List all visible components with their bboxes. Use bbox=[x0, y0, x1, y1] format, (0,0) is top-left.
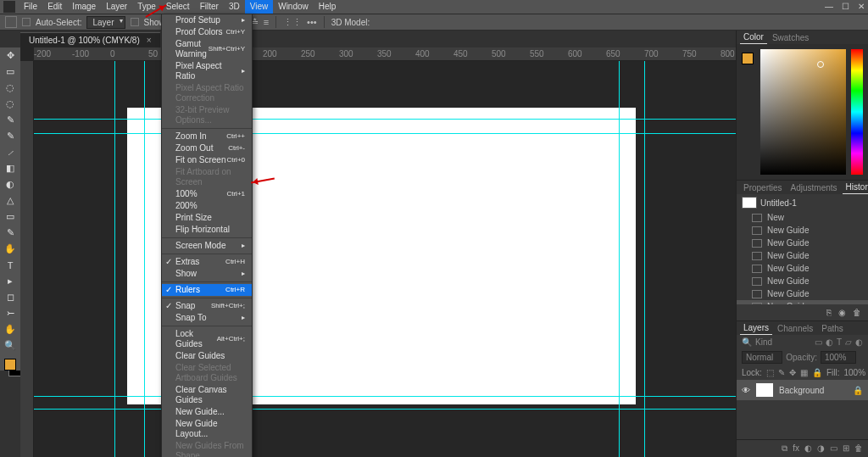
tool-button[interactable]: ✥ bbox=[3, 49, 18, 62]
guide[interactable] bbox=[34, 396, 736, 397]
color-field[interactable] bbox=[760, 49, 846, 175]
tool-button[interactable]: △ bbox=[3, 194, 18, 207]
more-icon[interactable]: ••• bbox=[307, 17, 317, 27]
tool-button[interactable]: ▸ bbox=[3, 275, 18, 287]
foreground-background-swatch[interactable] bbox=[4, 359, 16, 371]
adjustment-icon[interactable]: ◑ bbox=[817, 443, 825, 454]
color-picker[interactable] bbox=[737, 44, 868, 180]
lock-icon[interactable]: ⬚ bbox=[766, 368, 774, 377]
menu-view[interactable]: View bbox=[245, 0, 274, 14]
minimize-button[interactable]: — bbox=[825, 0, 833, 14]
menu-item[interactable]: Snap To▸ bbox=[162, 312, 252, 324]
tab-layers[interactable]: Layers bbox=[740, 321, 772, 335]
tool-button[interactable]: ✎ bbox=[3, 130, 18, 142]
history-snapshot[interactable]: Untitled-1 bbox=[737, 194, 868, 211]
delete-icon[interactable]: 🗑 bbox=[854, 443, 863, 454]
blend-mode-dropdown[interactable]: Normal bbox=[742, 351, 782, 364]
snapshot-icon[interactable]: ◉ bbox=[838, 308, 846, 317]
tab-swatches[interactable]: Swatches bbox=[769, 31, 812, 44]
tool-button[interactable]: ✎ bbox=[3, 226, 18, 239]
menu-item[interactable]: ✓RulersCtrl+R bbox=[162, 284, 252, 296]
canvas-stage[interactable] bbox=[34, 61, 736, 457]
tool-button[interactable]: ◌ bbox=[3, 81, 18, 94]
tool-button[interactable]: ✎ bbox=[3, 114, 18, 126]
tool-button[interactable]: ⟋ bbox=[3, 146, 18, 159]
history-step[interactable]: New Guide bbox=[737, 287, 868, 300]
tool-button[interactable]: ✋ bbox=[3, 323, 18, 336]
menu-help[interactable]: Help bbox=[314, 0, 342, 14]
document-tab[interactable]: Untitled-1 @ 100% (CMYK/8) × bbox=[20, 32, 160, 47]
menu-item[interactable]: New Guide Layout... bbox=[162, 418, 252, 440]
menu-3d[interactable]: 3D bbox=[224, 0, 245, 14]
maximize-button[interactable]: ☐ bbox=[842, 0, 849, 14]
filter-icon[interactable]: ▱ bbox=[845, 337, 852, 347]
menu-item[interactable]: Proof ColorsCtrl+Y bbox=[162, 26, 252, 38]
tool-button[interactable]: ▭ bbox=[3, 210, 18, 223]
tab-adjustments[interactable]: Adjustments bbox=[787, 181, 841, 194]
guide[interactable] bbox=[619, 61, 620, 457]
menu-item[interactable]: Gamut WarningShift+Ctrl+Y bbox=[162, 38, 252, 60]
menu-item[interactable]: Screen Mode▸ bbox=[162, 240, 252, 252]
auto-select-dropdown[interactable]: Layer bbox=[86, 16, 125, 29]
menu-item[interactable]: Proof Setup▸ bbox=[162, 14, 252, 26]
filter-icon[interactable]: ◐ bbox=[826, 337, 833, 347]
guide[interactable] bbox=[114, 61, 115, 457]
tool-button[interactable]: ✋ bbox=[3, 242, 18, 255]
group-icon[interactable]: ▭ bbox=[830, 443, 837, 454]
filter-icon[interactable]: T bbox=[837, 337, 842, 347]
menu-item[interactable]: Show▸ bbox=[162, 268, 252, 280]
tool-button[interactable]: ◧ bbox=[3, 162, 18, 175]
menu-item[interactable]: Zoom OutCtrl+- bbox=[162, 142, 252, 154]
lock-icon[interactable]: ▦ bbox=[800, 368, 808, 377]
tab-history[interactable]: History bbox=[843, 181, 868, 194]
opacity-input[interactable]: 100% bbox=[821, 351, 856, 364]
menu-file[interactable]: File bbox=[19, 0, 42, 14]
tool-button[interactable]: 🔍 bbox=[3, 339, 18, 352]
layer-row[interactable]: 👁 Background 🔒 bbox=[737, 380, 868, 400]
guide[interactable] bbox=[34, 119, 736, 120]
lock-icon[interactable]: 🔒 bbox=[853, 386, 863, 395]
create-document-icon[interactable]: ⎘ bbox=[826, 308, 832, 317]
mask-icon[interactable]: ◐ bbox=[804, 443, 812, 454]
menu-item[interactable]: New Guide... bbox=[162, 406, 252, 418]
tool-button[interactable]: T bbox=[3, 259, 18, 271]
menu-layer[interactable]: Layer bbox=[101, 0, 132, 14]
hue-slider[interactable] bbox=[851, 49, 863, 175]
menu-item[interactable]: 100%Ctrl+1 bbox=[162, 188, 252, 200]
menu-image[interactable]: Image bbox=[67, 0, 101, 14]
menu-filter[interactable]: Filter bbox=[195, 0, 224, 14]
visibility-icon[interactable]: 👁 bbox=[742, 386, 750, 395]
menu-item[interactable]: Fit on ScreenCtrl+0 bbox=[162, 154, 252, 166]
tab-color[interactable]: Color bbox=[740, 31, 767, 44]
history-step[interactable]: New bbox=[737, 211, 868, 224]
lock-icon[interactable]: 🔒 bbox=[812, 368, 822, 377]
tool-button[interactable]: ⤚ bbox=[3, 307, 18, 320]
tab-channels[interactable]: Channels bbox=[774, 322, 816, 335]
tab-properties[interactable]: Properties bbox=[740, 181, 786, 194]
align-icon[interactable]: ≡ bbox=[264, 17, 269, 27]
history-step[interactable]: New Guide bbox=[737, 249, 868, 262]
tab-close-icon[interactable]: × bbox=[147, 36, 152, 45]
menu-window[interactable]: Window bbox=[273, 0, 314, 14]
tool-button[interactable]: ◻ bbox=[3, 291, 18, 304]
ruler-vertical[interactable] bbox=[20, 61, 34, 457]
history-step[interactable]: New Guide bbox=[737, 237, 868, 249]
move-tool-icon[interactable] bbox=[5, 16, 17, 28]
tool-button[interactable]: ◌ bbox=[3, 98, 18, 110]
auto-select-checkbox[interactable] bbox=[22, 18, 31, 26]
distribute-icon[interactable]: ⋮⋮ bbox=[283, 17, 302, 28]
menu-item[interactable]: Zoom InCtrl++ bbox=[162, 131, 252, 142]
menu-item[interactable]: Pixel Aspect Ratio▸ bbox=[162, 60, 252, 82]
filter-icon[interactable]: ▭ bbox=[815, 337, 822, 347]
menu-edit[interactable]: Edit bbox=[42, 0, 67, 14]
menu-item[interactable]: Flip Horizontal bbox=[162, 224, 252, 236]
foreground-swatch[interactable] bbox=[742, 53, 754, 64]
guide[interactable] bbox=[34, 133, 736, 134]
close-button[interactable]: ✕ bbox=[858, 0, 865, 14]
fill-input[interactable]: 100% bbox=[843, 368, 865, 377]
menu-item[interactable]: 200% bbox=[162, 200, 252, 212]
search-icon[interactable]: 🔍 bbox=[742, 337, 752, 347]
fx-icon[interactable]: fx bbox=[793, 443, 799, 454]
lock-icon[interactable]: ✎ bbox=[778, 368, 785, 377]
tab-paths[interactable]: Paths bbox=[818, 322, 847, 335]
